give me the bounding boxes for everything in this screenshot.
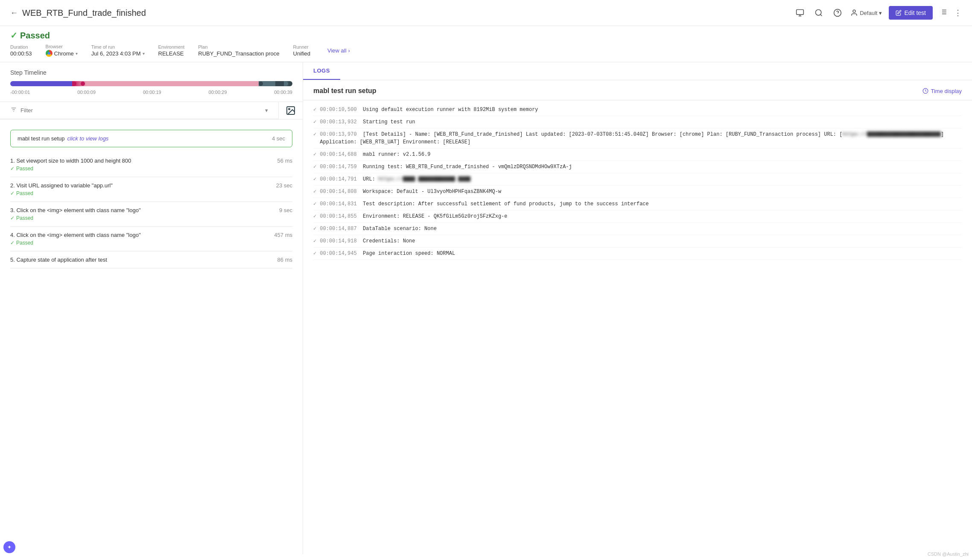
logs-title-row: mabl test run setup Time display xyxy=(303,80,972,100)
user-menu[interactable]: Default ▾ xyxy=(850,9,882,17)
svg-point-7 xyxy=(853,10,855,12)
check-icon: ✓ xyxy=(10,30,18,41)
main-content: Step Timeline -00:00:01 00:00:09 00:00:1… xyxy=(0,62,972,554)
table-row[interactable]: 2. Visit URL assigned to variable "app.u… xyxy=(10,177,292,202)
timeline-labels: -00:00:01 00:00:09 00:00:19 00:00:29 00:… xyxy=(10,90,292,95)
blurred-url-2: https://████ ████████████ ████ xyxy=(378,175,470,183)
log-timestamp: 00:00:10,500 xyxy=(320,107,356,113)
list-item: ✓ 00:00:14,887 DataTable scenario: None xyxy=(313,223,962,235)
setup-title: mabl test run setup xyxy=(18,135,65,142)
logs-section-title: mabl test run setup xyxy=(313,87,377,95)
plan-value: RUBY_FUND_Transaction proce xyxy=(198,50,279,57)
filter-icon xyxy=(10,106,17,114)
view-all-link[interactable]: View all › xyxy=(327,47,350,54)
setup-link[interactable]: click to view logs xyxy=(67,135,109,142)
log-check-icon: ✓ xyxy=(313,176,316,182)
log-message: Starting test run xyxy=(363,119,415,125)
time-display-button[interactable]: Time display xyxy=(922,88,962,94)
user-name: Default xyxy=(860,10,877,16)
environment-value: RELEASE xyxy=(158,50,185,57)
log-check-icon: ✓ xyxy=(313,188,316,195)
meta-row: Duration 00:00:53 Browser Chrome ▾ Time … xyxy=(10,44,962,57)
step-status-4: ✓ Passed xyxy=(10,240,292,246)
more-options-button[interactable]: ⋮ xyxy=(954,8,962,18)
timeline-bar xyxy=(10,81,292,86)
filter-row-container: ▾ xyxy=(0,102,303,120)
log-timestamp: 00:00:14,887 xyxy=(320,226,356,232)
timeline-label-2: 00:00:19 xyxy=(143,90,161,95)
runner-meta: Runner Unified xyxy=(293,44,310,57)
svg-line-4 xyxy=(820,15,822,16)
log-timestamp: 00:00:14,831 xyxy=(320,201,356,207)
step-status-1: ✓ Passed xyxy=(10,166,292,172)
log-check-icon: ✓ xyxy=(313,225,316,232)
svg-point-18 xyxy=(289,108,290,110)
log-timestamp: 00:00:14,688 xyxy=(320,152,356,158)
user-dropdown-arrow: ▾ xyxy=(879,10,882,16)
log-text: 00:00:14,918 Credentials: None xyxy=(320,237,415,245)
filter-input[interactable] xyxy=(20,107,268,114)
table-row[interactable]: 3. Click on the <img> element with class… xyxy=(10,202,292,227)
time-dropdown-arrow[interactable]: ▾ xyxy=(143,51,145,56)
log-timestamp: 00:00:14,918 xyxy=(320,238,356,244)
monitor-icon[interactable] xyxy=(794,7,806,19)
browser-dropdown-arrow[interactable]: ▾ xyxy=(76,51,78,56)
log-text: 00:00:14,808 Workspace: Default - Ul3vyo… xyxy=(320,188,501,195)
duration-value: 00:00:53 xyxy=(10,50,32,57)
log-text: 00:00:14,887 DataTable scenario: None xyxy=(320,225,437,233)
browser-meta: Browser Chrome ▾ xyxy=(46,44,78,57)
log-message: Environment: RELEASE - QK5fGiLm5Gz0rojSF… xyxy=(363,213,507,219)
browser-value[interactable]: Chrome ▾ xyxy=(46,50,78,57)
status-bar: ✓ Passed Duration 00:00:53 Browser Chrom… xyxy=(0,26,972,62)
tab-logs[interactable]: LOGS xyxy=(303,62,340,80)
log-text: 00:00:14,945 Page interaction speed: NOR… xyxy=(320,250,455,257)
log-message: Workspace: Default - Ul3vyoMbHPHFqasZBNK… xyxy=(363,189,501,195)
log-text: 00:00:14,759 Running test: WEB_RTB_Fund_… xyxy=(320,163,572,171)
step-time-3: 9 sec xyxy=(279,207,292,213)
step-check-1: ✓ xyxy=(10,166,15,172)
table-row[interactable]: 4. Click on the <img> element with class… xyxy=(10,227,292,251)
log-message: [Test Details] - Name: [WEB_RTB_Fund_tra… xyxy=(320,131,944,145)
plan-meta: Plan RUBY_FUND_Transaction proce xyxy=(198,44,279,57)
table-row[interactable]: 5. Capture state of application after te… xyxy=(10,251,292,268)
list-item: ✓ 00:00:14,759 Running test: WEB_RTB_Fun… xyxy=(313,161,962,173)
setup-time: 4 sec xyxy=(272,135,285,142)
environment-label: Environment xyxy=(158,44,185,50)
timeline-label-4: 00:00:39 xyxy=(274,90,292,95)
plugin-icon[interactable]: ✦ xyxy=(3,541,15,553)
time-display-label: Time display xyxy=(931,88,962,94)
step-check-4: ✓ xyxy=(10,240,15,246)
log-timestamp: 00:00:14,808 xyxy=(320,189,356,195)
step-name-5: 5. Capture state of application after te… xyxy=(10,257,277,263)
right-panel: LOGS mabl test run setup Time display ✓ … xyxy=(303,62,972,554)
time-value[interactable]: Jul 6, 2023 4:03 PM ▾ xyxy=(91,50,145,57)
setup-step[interactable]: mabl test run setup click to view logs 4… xyxy=(10,130,292,147)
top-left: ← WEB_RTB_Fund_trade_finished xyxy=(10,8,146,18)
back-button[interactable]: ← xyxy=(10,9,18,18)
status-text: Passed xyxy=(20,31,50,41)
filter-dropdown-arrow[interactable]: ▾ xyxy=(265,107,268,114)
image-tab-icon[interactable] xyxy=(278,102,303,119)
list-item: ✓ 00:00:14,855 Environment: RELEASE - QK… xyxy=(313,210,962,223)
edit-test-button[interactable]: Edit test xyxy=(889,6,933,20)
svg-rect-0 xyxy=(797,10,804,15)
help-icon[interactable] xyxy=(832,7,844,19)
step-name-3: 3. Click on the <img> element with class… xyxy=(10,207,279,213)
log-text: 00:00:14,855 Environment: RELEASE - QK5f… xyxy=(320,213,507,220)
page-title: WEB_RTB_Fund_trade_finished xyxy=(22,8,146,18)
logs-tab-row: LOGS xyxy=(303,62,972,80)
setup-step-left: mabl test run setup click to view logs xyxy=(18,135,108,142)
table-row[interactable]: 1. Set viewport size to width 1000 and h… xyxy=(10,152,292,177)
time-text: Jul 6, 2023 4:03 PM xyxy=(91,50,141,57)
list-item: ✓ 00:00:14,808 Workspace: Default - Ul3v… xyxy=(313,186,962,198)
top-right: Default ▾ Edit test ⋮ xyxy=(794,6,962,20)
log-message: Page interaction speed: NORMAL xyxy=(363,251,455,257)
list-item: ✓ 00:00:14,918 Credentials: None xyxy=(313,235,962,248)
log-text: 00:00:14,688 mabl runner: v2.1.56.9 xyxy=(320,151,430,158)
passed-badge: ✓ Passed xyxy=(10,30,962,41)
environment-meta: Environment RELEASE xyxy=(158,44,185,57)
step-status-3: ✓ Passed xyxy=(10,215,292,221)
search-icon[interactable] xyxy=(813,7,825,19)
list-icon[interactable] xyxy=(940,8,947,18)
step-check-2: ✓ xyxy=(10,190,15,196)
